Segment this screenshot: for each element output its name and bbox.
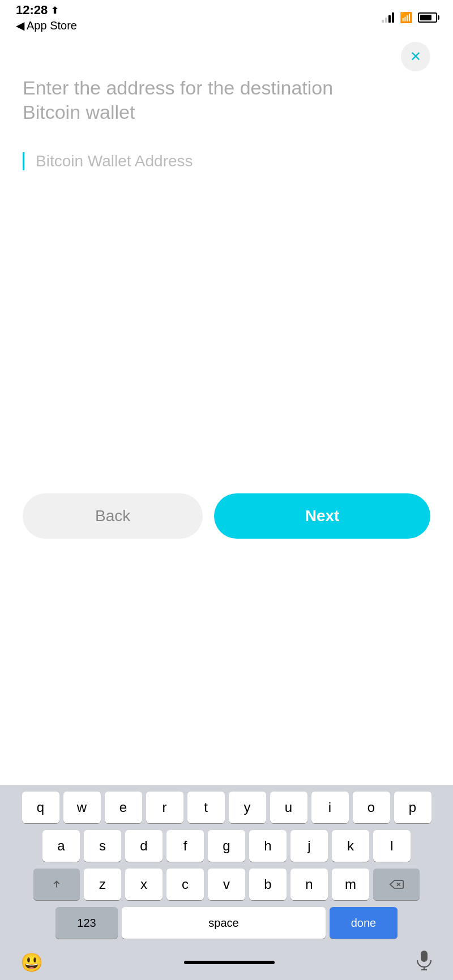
key-x[interactable]: x <box>125 869 163 900</box>
microphone-icon[interactable] <box>416 950 433 974</box>
keyboard-row-1: q w e r t y u i o p <box>3 792 450 823</box>
key-z[interactable]: z <box>84 869 121 900</box>
status-left: 12:28 ⬆ ◀ App Store <box>16 3 77 32</box>
key-q[interactable]: q <box>22 792 59 823</box>
emoji-icon[interactable]: 😃 <box>20 952 43 973</box>
done-key[interactable]: done <box>330 907 398 939</box>
key-o[interactable]: o <box>353 792 390 823</box>
key-d[interactable]: d <box>125 830 163 862</box>
close-button[interactable]: ✕ <box>401 42 430 71</box>
key-b[interactable]: b <box>249 869 287 900</box>
delete-key[interactable] <box>373 869 420 900</box>
page-title: Enter the address for the destination Bi… <box>23 76 430 124</box>
key-a[interactable]: a <box>42 830 80 862</box>
home-indicator <box>184 961 275 964</box>
numbers-key[interactable]: 123 <box>55 907 118 939</box>
key-m[interactable]: m <box>332 869 369 900</box>
keyboard-bottom-row: 123 space done <box>3 907 450 939</box>
key-v[interactable]: v <box>208 869 245 900</box>
wallet-input-container <box>23 152 430 170</box>
key-t[interactable]: t <box>187 792 225 823</box>
key-r[interactable]: r <box>146 792 183 823</box>
svg-rect-3 <box>421 951 428 962</box>
next-button[interactable]: Next <box>214 493 430 539</box>
battery-icon <box>418 12 437 23</box>
key-j[interactable]: j <box>290 830 328 862</box>
key-n[interactable]: n <box>290 869 328 900</box>
back-button[interactable]: Back <box>23 493 203 539</box>
key-u[interactable]: u <box>270 792 307 823</box>
key-p[interactable]: p <box>394 792 431 823</box>
wifi-icon: 📶 <box>400 11 412 24</box>
status-right: 📶 <box>382 11 437 24</box>
status-time: 12:28 ⬆ <box>16 3 77 18</box>
status-bar: 12:28 ⬆ ◀ App Store 📶 <box>0 0 453 31</box>
shift-key[interactable] <box>33 869 80 900</box>
keyboard-bottom-bar: 😃 <box>3 944 450 980</box>
key-y[interactable]: y <box>229 792 266 823</box>
buttons-area: Back Next <box>23 493 430 539</box>
key-k[interactable]: k <box>332 830 369 862</box>
key-i[interactable]: i <box>311 792 349 823</box>
key-w[interactable]: w <box>63 792 101 823</box>
keyboard: q w e r t y u i o p a s d f g h j k l z … <box>0 785 453 980</box>
key-c[interactable]: c <box>166 869 204 900</box>
close-icon: ✕ <box>410 49 421 65</box>
signal-icon <box>382 12 394 23</box>
location-icon: ⬆ <box>51 5 58 16</box>
key-f[interactable]: f <box>166 830 204 862</box>
keyboard-row-2: a s d f g h j k l <box>3 830 450 862</box>
space-key[interactable]: space <box>122 907 326 939</box>
key-h[interactable]: h <box>249 830 287 862</box>
key-s[interactable]: s <box>84 830 121 862</box>
keyboard-row-3: z x c v b n m <box>3 869 450 900</box>
time-label: 12:28 <box>16 3 48 18</box>
wallet-address-input[interactable] <box>36 152 430 170</box>
key-l[interactable]: l <box>373 830 411 862</box>
key-g[interactable]: g <box>208 830 245 862</box>
main-content: ✕ Enter the address for the destination … <box>0 31 453 199</box>
key-e[interactable]: e <box>105 792 142 823</box>
